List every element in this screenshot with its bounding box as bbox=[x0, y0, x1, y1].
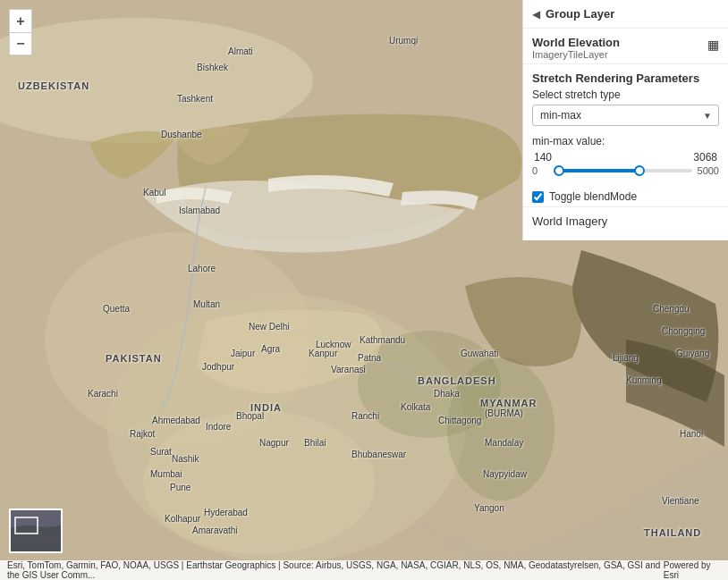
attribution-right: Powered by Esri bbox=[664, 560, 721, 580]
range-thumb-min[interactable] bbox=[554, 165, 564, 176]
svg-point-5 bbox=[447, 357, 554, 500]
select-wrapper: min-maxstandard-deviationhistogram-equal… bbox=[532, 105, 719, 126]
side-panel: ◀ Group Layer World Elevation ImageryTil… bbox=[522, 0, 728, 240]
min-value-label: 140 bbox=[534, 151, 552, 164]
slider-row: 0 5000 bbox=[532, 165, 719, 176]
svg-point-6 bbox=[143, 411, 376, 554]
panel-header: ◀ Group Layer bbox=[523, 0, 728, 29]
collapse-arrow-icon[interactable]: ◀ bbox=[532, 8, 540, 21]
select-stretch-label: Select stretch type bbox=[532, 88, 719, 101]
slider-min-label: 0 bbox=[532, 165, 550, 176]
range-track[interactable] bbox=[555, 169, 692, 172]
stretch-type-select[interactable]: min-maxstandard-deviationhistogram-equal… bbox=[532, 105, 719, 126]
zoom-in-button[interactable]: + bbox=[9, 9, 32, 32]
imagery-tile-layer-label: ImageryTileLayer bbox=[532, 49, 620, 60]
layer-info: World Elevation ImageryTileLayer bbox=[532, 36, 620, 60]
max-value-label: 3068 bbox=[693, 151, 717, 164]
layer-settings-icon[interactable]: ▦ bbox=[707, 38, 719, 52]
world-imagery-row: World Imagery bbox=[523, 207, 728, 231]
attribution-left: Esri, TomTom, Garmin, FAO, NOAA, USGS | … bbox=[7, 560, 664, 580]
mini-map-thumbnail bbox=[9, 509, 63, 553]
panel-group-layer-title: Group Layer bbox=[546, 7, 614, 21]
blend-mode-label[interactable]: Toggle blendMode bbox=[549, 190, 637, 203]
world-imagery-label: World Imagery bbox=[532, 214, 607, 228]
zoom-out-button[interactable]: − bbox=[9, 32, 32, 55]
slider-max-label: 5000 bbox=[698, 165, 719, 176]
range-thumb-max[interactable] bbox=[634, 165, 645, 176]
zoom-controls: + − bbox=[9, 9, 32, 55]
blend-mode-checkbox[interactable] bbox=[532, 191, 544, 203]
world-elevation-label: World Elevation bbox=[532, 36, 620, 49]
layer-row-elevation: World Elevation ImageryTileLayer ▦ bbox=[523, 29, 728, 64]
attribution-bar: Esri, TomTom, Garmin, FAO, NOAA, USGS | … bbox=[0, 560, 728, 580]
stretch-title: Stretch Rendering Parameters bbox=[532, 71, 719, 85]
map-container[interactable]: AlmatiUrumqiBishkekUZBEKISTANTashkentDus… bbox=[0, 0, 728, 580]
minmax-label: min-max value: bbox=[532, 135, 719, 147]
minmax-values-row: 140 3068 bbox=[532, 151, 719, 164]
blend-mode-row: Toggle blendMode bbox=[523, 187, 728, 207]
stretch-params-section: Stretch Rendering Parameters Select stre… bbox=[523, 64, 728, 187]
range-fill bbox=[559, 169, 639, 172]
